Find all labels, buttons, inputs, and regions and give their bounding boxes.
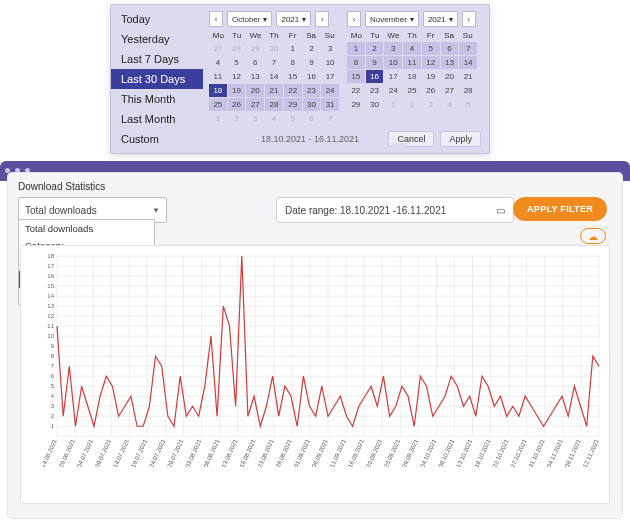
calendar-day[interactable]: 19: [422, 70, 440, 83]
calendar-day[interactable]: 6: [441, 42, 459, 55]
year-select-left[interactable]: 2021▾: [276, 11, 311, 27]
calendar-day[interactable]: 1: [384, 98, 402, 111]
calendar-day[interactable]: 16: [366, 70, 384, 83]
calendar-day[interactable]: 29: [347, 98, 365, 111]
calendar-day[interactable]: 1: [209, 112, 227, 125]
calendar-day[interactable]: 23: [366, 84, 384, 97]
prev-month-button[interactable]: ‹: [209, 11, 223, 27]
calendar-day[interactable]: 27: [441, 84, 459, 97]
calendar-day[interactable]: 18: [209, 84, 227, 97]
calendar-day[interactable]: 11: [403, 56, 421, 69]
calendar-day[interactable]: 25: [403, 84, 421, 97]
calendar-day[interactable]: 4: [441, 98, 459, 111]
metric-option[interactable]: Total downloads: [19, 220, 154, 237]
calendar-day[interactable]: 19: [228, 84, 246, 97]
svg-text:31.10.2021: 31.10.2021: [528, 438, 546, 467]
date-preset[interactable]: Today: [111, 9, 203, 29]
calendar-day[interactable]: 2: [303, 42, 321, 55]
calendar-day[interactable]: 27: [246, 98, 264, 111]
date-preset[interactable]: Yesterday: [111, 29, 203, 49]
calendar-day[interactable]: 9: [366, 56, 384, 69]
month-select-left[interactable]: October▾: [227, 11, 272, 27]
calendar-day[interactable]: 22: [347, 84, 365, 97]
calendar-day[interactable]: 9: [303, 56, 321, 69]
calendar-day[interactable]: 16: [303, 70, 321, 83]
calendar-day[interactable]: 14: [265, 70, 283, 83]
date-preset[interactable]: Custom: [111, 129, 203, 149]
calendar-day[interactable]: 5: [284, 112, 302, 125]
calendar-day[interactable]: 8: [284, 56, 302, 69]
apply-button[interactable]: Apply: [440, 131, 481, 147]
calendar-day[interactable]: 28: [459, 84, 477, 97]
month-select-right[interactable]: November▾: [365, 11, 419, 27]
calendar-day[interactable]: 17: [384, 70, 402, 83]
calendar-day[interactable]: 23: [303, 84, 321, 97]
apply-filter-button[interactable]: APPLY FILTER: [513, 197, 607, 221]
calendar-day[interactable]: 24: [384, 84, 402, 97]
calendar-day[interactable]: 4: [265, 112, 283, 125]
calendar-day[interactable]: 28: [228, 42, 246, 55]
year-select-right[interactable]: 2021▾: [423, 11, 458, 27]
calendar-day[interactable]: 8: [347, 56, 365, 69]
calendar-day[interactable]: 22: [284, 84, 302, 97]
date-preset[interactable]: Last 7 Days: [111, 49, 203, 69]
calendar-day[interactable]: 5: [228, 56, 246, 69]
calendar-day[interactable]: 7: [321, 112, 339, 125]
calendar-day[interactable]: 15: [284, 70, 302, 83]
calendar-day[interactable]: 29: [284, 98, 302, 111]
calendar-day[interactable]: 5: [422, 42, 440, 55]
calendar-day[interactable]: 12: [422, 56, 440, 69]
calendar-day[interactable]: 30: [366, 98, 384, 111]
calendar-day[interactable]: 29: [246, 42, 264, 55]
calendar-day[interactable]: 27: [209, 42, 227, 55]
date-preset[interactable]: This Month: [111, 89, 203, 109]
calendar-day[interactable]: 10: [321, 56, 339, 69]
calendar-day[interactable]: 21: [265, 84, 283, 97]
calendar-day[interactable]: 30: [303, 98, 321, 111]
calendar-day[interactable]: 21: [459, 70, 477, 83]
calendar-day[interactable]: 20: [441, 70, 459, 83]
calendar-day[interactable]: 3: [422, 98, 440, 111]
calendar-day[interactable]: 26: [228, 98, 246, 111]
calendar-day[interactable]: 7: [265, 56, 283, 69]
calendar-day[interactable]: 30: [265, 42, 283, 55]
calendar-day[interactable]: 4: [403, 42, 421, 55]
calendar-day[interactable]: 5: [459, 98, 477, 111]
calendar-day[interactable]: 11: [209, 70, 227, 83]
calendar-day[interactable]: 25: [209, 98, 227, 111]
calendar-day[interactable]: 3: [384, 42, 402, 55]
calendar-day[interactable]: 7: [459, 42, 477, 55]
calendar-day[interactable]: 1: [284, 42, 302, 55]
calendar-day[interactable]: 28: [265, 98, 283, 111]
svg-text:11: 11: [47, 323, 54, 329]
calendar-day[interactable]: 2: [228, 112, 246, 125]
date-preset[interactable]: Last 30 Days: [111, 69, 203, 89]
date-range-input[interactable]: Date range: 18.10.2021 -16.11.2021 ▭: [276, 197, 514, 223]
calendar-day[interactable]: 12: [228, 70, 246, 83]
download-icon[interactable]: ☁: [580, 228, 606, 244]
calendar-day[interactable]: 26: [422, 84, 440, 97]
calendar-day[interactable]: 20: [246, 84, 264, 97]
calendar-day[interactable]: 31: [321, 98, 339, 111]
calendar-day[interactable]: 3: [321, 42, 339, 55]
calendar-day[interactable]: 15: [347, 70, 365, 83]
calendar-day[interactable]: 3: [246, 112, 264, 125]
calendar-day[interactable]: 4: [209, 56, 227, 69]
calendar-day[interactable]: 10: [384, 56, 402, 69]
next-month-button[interactable]: ›: [315, 11, 329, 27]
calendar-day[interactable]: 1: [347, 42, 365, 55]
calendar-day[interactable]: 6: [246, 56, 264, 69]
next-month-button[interactable]: ›: [462, 11, 476, 27]
calendar-day[interactable]: 17: [321, 70, 339, 83]
date-preset[interactable]: Last Month: [111, 109, 203, 129]
prev-month-button[interactable]: ‹: [347, 11, 361, 27]
calendar-day[interactable]: 24: [321, 84, 339, 97]
calendar-day[interactable]: 13: [441, 56, 459, 69]
calendar-day[interactable]: 14: [459, 56, 477, 69]
cancel-button[interactable]: Cancel: [388, 131, 434, 147]
calendar-day[interactable]: 13: [246, 70, 264, 83]
calendar-day[interactable]: 6: [303, 112, 321, 125]
calendar-day[interactable]: 2: [403, 98, 421, 111]
calendar-day[interactable]: 18: [403, 70, 421, 83]
calendar-day[interactable]: 2: [366, 42, 384, 55]
